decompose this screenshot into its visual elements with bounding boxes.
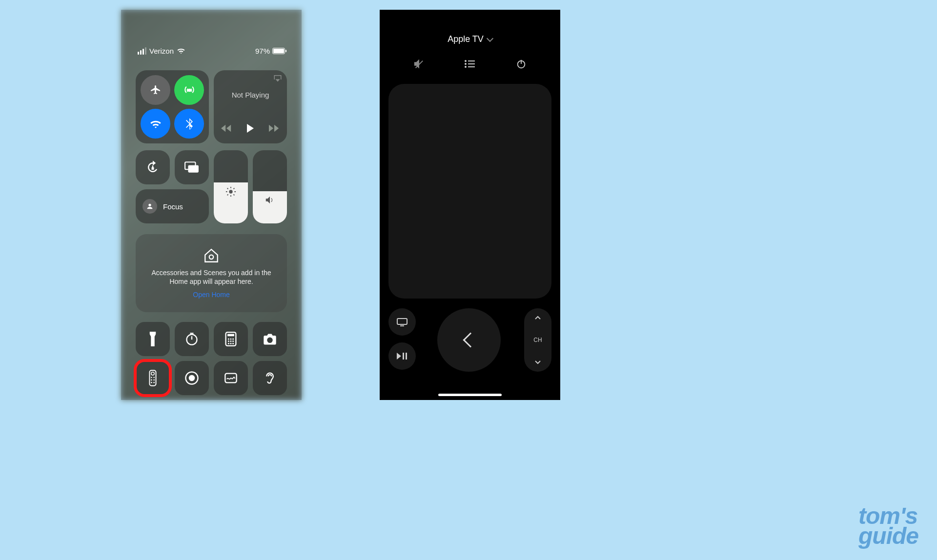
svg-point-29 [153,377,155,378]
svg-rect-42 [468,66,475,67]
bluetooth-icon [186,118,193,130]
airplane-mode-toggle[interactable] [141,75,170,105]
svg-point-23 [228,343,229,344]
wifi-icon [177,47,185,54]
svg-point-37 [465,60,467,62]
watermark: tom's guide [858,506,918,546]
status-bar: Verizon 97% [121,44,302,58]
carrier-label: Verizon [149,47,174,55]
mute-icon[interactable] [413,59,424,69]
volume-slider[interactable] [253,150,287,223]
tv-button[interactable] [388,308,416,336]
media-controls[interactable]: Not Playing [214,70,287,143]
play-pause-icon [397,352,407,360]
channel-label: CH [533,337,542,343]
svg-rect-45 [397,319,407,324]
now-playing-label: Not Playing [214,91,287,99]
focus-label: Focus [163,202,183,211]
rotation-lock-toggle[interactable] [136,150,170,184]
play-icon[interactable] [247,124,254,133]
svg-point-33 [153,382,155,383]
svg-point-31 [153,380,155,381]
svg-rect-16 [227,334,234,337]
screen-mirroring-button[interactable] [175,150,209,184]
open-home-link[interactable]: Open Home [193,291,229,299]
svg-point-22 [232,340,234,342]
freeform-button[interactable] [214,361,248,395]
screen-record-button[interactable] [175,361,209,395]
calculator-icon [225,332,237,346]
connectivity-group[interactable] [136,70,209,143]
hearing-button[interactable] [253,361,287,395]
timer-button[interactable] [175,322,209,356]
svg-point-24 [230,343,232,344]
touchpad[interactable] [388,84,551,299]
flashlight-button[interactable] [136,322,170,356]
sun-icon [225,186,236,197]
svg-line-7 [227,188,228,189]
focus-button[interactable]: Focus [136,189,209,223]
cellular-signal-icon [138,47,146,55]
apple-tv-remote-button[interactable] [136,361,170,395]
svg-point-19 [232,339,234,340]
svg-point-20 [228,340,229,342]
record-icon [184,371,199,385]
wifi-toggle[interactable] [141,109,170,139]
svg-point-28 [151,377,152,378]
person-icon [143,199,157,214]
svg-point-2 [229,190,232,193]
svg-point-11 [209,255,214,259]
bluetooth-toggle[interactable] [174,109,204,139]
ear-icon [264,371,276,385]
back-button[interactable] [437,308,501,372]
forward-icon[interactable] [269,124,280,132]
channel-rocker[interactable]: CH [524,308,551,372]
svg-line-9 [227,195,228,196]
home-icon [203,248,220,263]
timer-icon [185,332,199,346]
screen-mirror-icon [184,161,199,174]
chevron-up-icon [534,315,541,320]
svg-point-18 [230,339,232,340]
calculator-button[interactable] [214,322,248,356]
svg-line-8 [234,195,235,196]
tv-icon [396,317,408,327]
home-description: Accessories and Scenes you add in the Ho… [143,268,280,286]
wifi-icon [149,119,162,129]
home-placeholder-tile[interactable]: Accessories and Scenes you add in the Ho… [136,234,287,312]
svg-point-21 [230,340,232,342]
svg-point-30 [151,380,152,381]
svg-rect-26 [149,370,156,385]
battery-pct: 97% [255,47,270,55]
chevron-down-icon [487,35,493,41]
chevron-down-icon [534,360,541,365]
svg-point-17 [228,339,229,340]
speaker-icon [265,195,275,205]
brightness-slider[interactable] [214,150,248,223]
play-pause-button[interactable] [388,342,416,370]
camera-button[interactable] [253,322,287,356]
menu-list-icon[interactable] [464,59,476,69]
rotation-lock-icon [145,160,160,175]
flashlight-icon [148,332,157,346]
device-name: Apple TV [448,34,484,44]
scribble-icon [224,372,238,384]
svg-point-32 [151,382,152,383]
svg-rect-48 [406,353,407,360]
svg-point-12 [187,335,197,345]
chevron-left-icon [463,332,478,347]
cellular-data-toggle[interactable] [174,75,204,105]
device-picker[interactable]: Apple TV [380,34,560,44]
svg-rect-1 [188,165,199,173]
controls-grid [136,322,287,395]
battery-icon [272,48,285,54]
svg-point-39 [465,63,467,65]
airplay-icon [273,74,282,82]
svg-point-41 [465,66,467,68]
rewind-icon[interactable] [221,124,232,132]
control-center-screenshot: Verizon 97% Not Playing [121,10,302,400]
remote-icon [149,370,157,386]
power-icon[interactable] [516,59,527,69]
home-indicator[interactable] [438,394,502,396]
airplane-icon [150,84,162,96]
